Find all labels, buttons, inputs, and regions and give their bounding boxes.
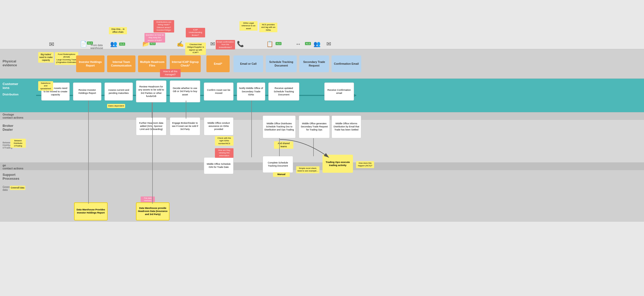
sticky-email-confirmation: Email confirmation from the brokerBroker… <box>216 40 235 50</box>
box-email-star: Email* <box>206 55 230 72</box>
step-assess-maturities: Assess current and pending maturities <box>104 83 133 101</box>
vline-investor <box>88 101 89 204</box>
label-broker: BrokerDealer <box>3 124 13 131</box>
box-confirmation-email: Confirmation Email <box>332 55 361 72</box>
sticky-one-one: One-One... in office chats <box>109 27 127 34</box>
icon-email-3: ✉ <box>326 41 331 47</box>
curved-arrow-svg <box>279 138 330 159</box>
step-notify-middle: Notify Middle Office of Secondary Trade … <box>237 83 265 101</box>
process-flow-canvas: Physicalevidence Customerions Distributi… <box>0 0 644 296</box>
sticky-check-isins: Check with the right ISINs number/NCS <box>215 136 234 146</box>
box-email-or-call: Email or Call <box>234 55 263 72</box>
step-schedule-isin: Middle Office Schedule ISIN for Trade Da… <box>204 157 234 174</box>
step-confirm-asset: Confirm Asset can be moved <box>204 83 234 101</box>
sticky-checked-obligor: Checked that Obligor/Supplier is signed … <box>185 43 206 55</box>
label-backstage: gecontact actions <box>3 164 23 170</box>
sticky-question-how: Question on how do they keep the source … <box>144 33 165 43</box>
vline-broker <box>186 101 186 119</box>
sticky-how-managed: How is all this managed? <box>160 69 181 77</box>
step-dw-headroom: Data Warehouse provide Headroom Data (In… <box>136 202 170 220</box>
step-review-headroom: Review Headroom for any assets to be sol… <box>136 80 166 102</box>
lane-backstage-label-bg <box>0 162 644 170</box>
icon-signup-1: ✍ <box>177 41 184 47</box>
sticky-dates-dependent: Dates dependent <box>107 104 125 108</box>
step-engage-broker: Engage Broker/Dealer to see if Asset can… <box>170 117 200 135</box>
icon-xls-5: XLS <box>305 41 311 45</box>
step-further-headroom: Further Headroom data added (SOL, Sponso… <box>136 117 166 135</box>
icon-xls-2: XLS <box>119 41 125 46</box>
sticky-how-happen: How does this happen (NCS)? <box>356 161 374 168</box>
icon-xls-4: XLS <box>276 41 281 45</box>
step-decide-gb-3rd: Decide whether to use GB or 3rd Party to… <box>170 80 200 102</box>
step-middle-distributes: Middle Office Distributes Schedule Track… <box>263 116 296 138</box>
label-physical: Physicalevidence <box>3 59 17 67</box>
box-investor-holdings: Investor Holdings Report <box>76 55 104 72</box>
sticky-icap-broker: ICAP Understanding Broker? <box>186 28 205 37</box>
sticky-manual: Manual <box>273 172 290 177</box>
sticky-fund-redemptions: Fund Redemptions (Email)Large Incoming T… <box>55 52 78 65</box>
sticky-ncs-provides: NCS provides and tag with an ISINs <box>259 23 277 32</box>
icon-doc-2: 📋 <box>266 41 273 47</box>
label-onstage: Onstagecontact actions <box>3 113 23 119</box>
label-distribution: Distribution <box>3 93 19 96</box>
label-customer: Customerions <box>3 82 18 90</box>
icon-email-1: ✉ <box>49 41 54 48</box>
icon-people-2: 👥 <box>313 41 320 47</box>
label-support: SupportProcesses <box>3 173 19 180</box>
sticky-simple-excel: Simple excel sheet, need to see example.… <box>296 166 319 173</box>
step-middle-assurance: Middle Office conduct assurance on ISINs… <box>204 117 234 135</box>
from-data-warehouse-label: From datawarehouse <box>89 44 104 50</box>
icon-trade-1: ↔ <box>295 41 301 47</box>
vline-headroom2 <box>152 102 152 118</box>
vline-notify <box>251 101 252 157</box>
vline-headroom <box>152 102 153 204</box>
icon-email-2: ✉ <box>210 41 215 47</box>
step-middle-informs: Middle Office informs Distribution by Em… <box>332 116 361 138</box>
sticky-big-trades: Big trades/ need to make capacity <box>38 52 54 63</box>
sticky-distributions: Distributions are being made? Diferent a… <box>154 20 174 32</box>
sticky-greensill: Greensill data <box>10 186 25 190</box>
icon-phone-1: 📞 <box>237 41 244 47</box>
sticky-salesforce: Salesforce and speadsheet <box>38 81 53 91</box>
box-schedule-tracking: Schedule Tracking Document <box>266 55 297 72</box>
step-middle-generates: Middle Office generates Secondary Trade … <box>299 116 330 138</box>
step-receive-confirmation: Receive Confirmation email <box>324 83 354 101</box>
box-secondary-trade: Secondary Trade Request <box>299 55 329 72</box>
sticky-how-viewing: How are they viewing this information <box>215 148 234 158</box>
sticky-isins-legal: ISINs Legal reference to an asset <box>239 21 257 31</box>
step-dw-investor: Data Warehouse Provides Investor Holding… <box>74 202 108 220</box>
icon-people-1: 👥 <box>110 41 117 47</box>
box-internal-team-comm: Internal Team Communication <box>107 55 135 72</box>
sticky-between: Between Distributio n/Trading <box>10 139 26 148</box>
step-receive-updated: Receive updated Schedule Tracking Docume… <box>268 83 299 101</box>
step-review-investor: Review Investor Holdings Report <box>73 83 101 101</box>
